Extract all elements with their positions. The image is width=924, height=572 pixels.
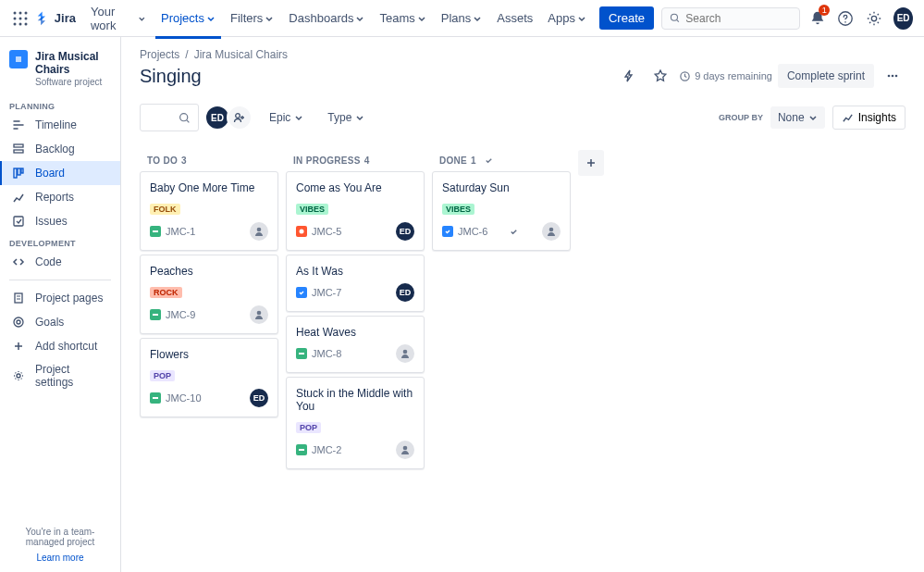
svg-point-38	[403, 446, 408, 451]
backlog-icon	[11, 142, 26, 156]
card-title: Stuck in the Middle with You	[296, 387, 414, 413]
svg-rect-17	[21, 168, 23, 173]
project-header[interactable]: Jira Musical Chairs Software project	[0, 37, 120, 96]
svg-point-32	[257, 311, 262, 316]
assignee-avatar[interactable]: ED	[396, 283, 414, 302]
board-card[interactable]: Stuck in the Middle with You Pop JMC-2	[286, 377, 425, 469]
assignee-avatar[interactable]: ED	[250, 389, 268, 407]
nav-apps[interactable]: Apps	[542, 7, 592, 29]
type-filter[interactable]: Type	[320, 106, 372, 129]
board-card[interactable]: Come as You Are Vibes JMC-5 ED	[286, 171, 425, 251]
epic-tag: Vibes	[296, 204, 328, 215]
toolbar: ED Epic Type Group by None Insights	[140, 104, 906, 131]
issue-key: JMC-2	[312, 444, 341, 455]
nav-teams[interactable]: Teams	[374, 7, 431, 29]
svg-point-22	[17, 374, 20, 378]
sidebar-item-backlog[interactable]: Backlog	[0, 137, 120, 161]
project-settings-icon	[11, 368, 26, 383]
sidebar-item-reports[interactable]: Reports	[0, 185, 120, 209]
automation-icon[interactable]	[616, 63, 642, 89]
add-people-button[interactable]	[227, 105, 253, 131]
sidebar-item-issues[interactable]: Issues	[0, 209, 120, 233]
section-development: Development	[0, 233, 120, 250]
svg-point-5	[25, 17, 28, 19]
board-card[interactable]: Peaches Rock JMC-9	[140, 255, 278, 334]
search-icon	[670, 12, 680, 24]
complete-sprint-button[interactable]: Complete sprint	[778, 64, 874, 88]
more-icon[interactable]	[880, 63, 906, 89]
svg-point-1	[19, 11, 22, 14]
svg-point-39	[549, 228, 554, 232]
svg-point-7	[19, 22, 22, 25]
learn-more-link[interactable]: Learn more	[9, 553, 111, 563]
svg-rect-33	[153, 397, 158, 399]
goals-icon	[11, 315, 26, 330]
nav-your-work[interactable]: Your work	[85, 1, 152, 36]
page-title: Singing	[140, 66, 202, 87]
column-header[interactable]: To do 3	[140, 150, 278, 171]
breadcrumb-project[interactable]: Jira Musical Chairs	[194, 48, 288, 61]
nav-projects[interactable]: Projects	[155, 7, 221, 29]
search-input[interactable]	[685, 12, 791, 25]
column-header[interactable]: Done 1	[432, 150, 571, 171]
card-title: Peaches	[150, 265, 268, 278]
issue-key: JMC-6	[458, 226, 487, 237]
sidebar-item-shortcut[interactable]: Add shortcut	[0, 334, 120, 358]
epic-tag: Rock	[150, 287, 182, 298]
epic-tag: Vibes	[442, 204, 474, 215]
board-card[interactable]: As It Was JMC-7 ED	[286, 255, 425, 312]
add-column-button[interactable]	[578, 150, 604, 176]
svg-point-21	[17, 320, 20, 324]
reports-icon	[11, 190, 26, 205]
sidebar-item-board[interactable]: Board	[0, 161, 120, 185]
assignee-avatar[interactable]	[250, 305, 268, 324]
nav-assets[interactable]: Assets	[491, 7, 538, 29]
sidebar-item-project-settings[interactable]: Project settings	[0, 358, 120, 393]
board-card[interactable]: Heat Waves JMC-8	[286, 316, 425, 373]
svg-rect-15	[14, 168, 17, 178]
board-search[interactable]	[140, 104, 199, 131]
svg-rect-35	[299, 353, 304, 354]
create-button[interactable]: Create	[599, 6, 654, 30]
sidebar-item-code[interactable]: Code	[0, 250, 120, 274]
assignee-avatar[interactable]	[542, 222, 561, 241]
card-title: Come as You Are	[296, 181, 414, 194]
board-card[interactable]: Flowers Pop JMC-10 ED	[140, 338, 278, 417]
sidebar-item-goals[interactable]: Goals	[0, 310, 120, 334]
assignee-avatar[interactable]	[396, 344, 414, 363]
global-search[interactable]	[661, 7, 800, 30]
epic-tag: Pop	[296, 422, 321, 433]
assignee-avatar[interactable]: ED	[396, 222, 414, 241]
top-nav: Jira Your work Projects Filters Dashboar…	[0, 0, 924, 37]
board: To do 3 Baby One More Time Folk JMC-1 Pe…	[140, 150, 906, 473]
user-avatar[interactable]: ED	[893, 7, 913, 30]
assignee-avatar[interactable]	[250, 222, 268, 241]
board-card[interactable]: Baby One More Time Folk JMC-1	[140, 171, 278, 251]
issue-type-icon	[150, 226, 161, 237]
group-by-select[interactable]: None	[770, 106, 825, 129]
issue-type-icon	[442, 226, 453, 237]
nav-plans[interactable]: Plans	[436, 7, 488, 29]
app-switcher-icon[interactable]	[11, 7, 31, 30]
settings-button[interactable]	[864, 6, 885, 31]
sidebar-item-timeline[interactable]: Timeline	[0, 113, 120, 137]
epic-filter[interactable]: Epic	[262, 106, 311, 129]
breadcrumb-root[interactable]: Projects	[140, 48, 179, 61]
svg-point-20	[14, 317, 23, 327]
jira-logo[interactable]: Jira	[34, 10, 76, 27]
nav-filters[interactable]: Filters	[225, 7, 279, 29]
board-card[interactable]: Saturday Sun Vibes JMC-6	[432, 171, 571, 251]
insights-button[interactable]: Insights	[832, 106, 906, 130]
nav-dashboards[interactable]: Dashboards	[283, 7, 370, 29]
svg-point-3	[14, 17, 17, 19]
notifications-button[interactable]: 1	[807, 6, 829, 31]
epic-tag: Pop	[150, 370, 175, 381]
card-title: Flowers	[150, 348, 268, 361]
assignee-avatar[interactable]	[396, 441, 414, 459]
help-button[interactable]	[835, 6, 856, 31]
sidebar-item-pages[interactable]: Project pages	[0, 286, 120, 310]
star-icon[interactable]	[647, 63, 673, 89]
clock-icon	[679, 70, 691, 82]
issues-icon	[11, 214, 26, 229]
column-header[interactable]: In progress 4	[286, 150, 425, 171]
